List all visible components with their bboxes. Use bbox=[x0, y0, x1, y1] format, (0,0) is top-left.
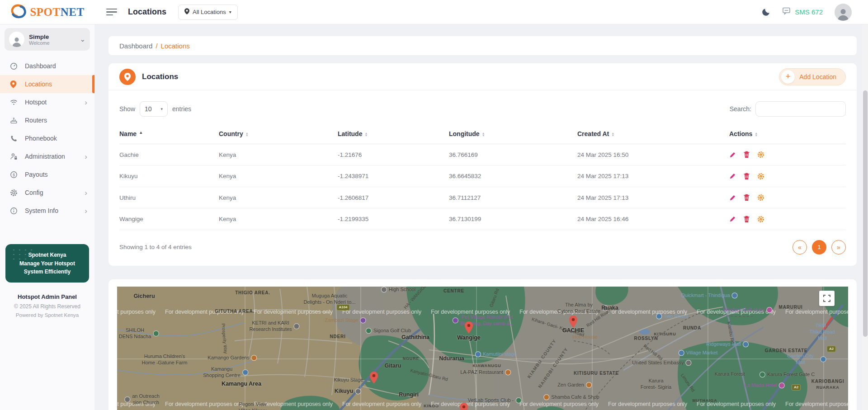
column-header-country[interactable]: Country▲▼ bbox=[219, 125, 338, 144]
pagination-page-1[interactable]: 1 bbox=[812, 240, 826, 254]
sidebar-item-hotspot[interactable]: Hotspot› bbox=[0, 93, 94, 111]
breadcrumb-dashboard[interactable]: Dashboard bbox=[119, 42, 152, 50]
page-size-select[interactable]: 10 ▾ bbox=[140, 101, 168, 117]
cell: 36.6645832 bbox=[449, 165, 577, 187]
user-lock-icon bbox=[10, 152, 18, 160]
sidebar-item-locations[interactable]: Locations bbox=[0, 75, 94, 93]
sidebar-item-label: Locations bbox=[25, 80, 94, 88]
edit-location-button[interactable] bbox=[729, 151, 737, 158]
edit-location-button[interactable] bbox=[729, 194, 737, 201]
sidebar-item-administration[interactable]: Administration› bbox=[0, 147, 94, 165]
map-canvas[interactable]: For development purposes onlyFor develop… bbox=[117, 287, 848, 410]
table-row-uthiru: UthiruKenya-1.260681736.711212724 Mar 20… bbox=[119, 187, 846, 208]
map-marker-kikuyu[interactable] bbox=[370, 372, 378, 386]
column-header-longitude[interactable]: Longitude▲▼ bbox=[449, 125, 577, 144]
cell: 24 Mar 2025 16:50 bbox=[577, 144, 729, 165]
delete-location-button[interactable] bbox=[743, 173, 751, 180]
sidebar-item-config[interactable]: Config› bbox=[0, 184, 94, 202]
sort-icon: ▲▼ bbox=[364, 132, 368, 137]
map-watermark: For development purposes only bbox=[117, 401, 156, 407]
map-marker-gachie[interactable] bbox=[569, 316, 577, 330]
search-input[interactable] bbox=[755, 101, 846, 117]
cell: Kenya bbox=[219, 144, 338, 165]
cell: Kenya bbox=[219, 165, 338, 187]
table-row-wangige: WangigeKenya-1.219933536.713019924 Mar 2… bbox=[119, 208, 846, 230]
pagination: « 1 » bbox=[793, 240, 846, 254]
gear-icon bbox=[10, 189, 18, 197]
pin-icon bbox=[10, 80, 18, 88]
location-filter-dropdown[interactable]: All Locations ▾ bbox=[178, 5, 238, 20]
pagination-next-button[interactable]: » bbox=[831, 240, 846, 254]
sidebar-item-label: Administration bbox=[25, 153, 78, 160]
sort-icon: ▲▼ bbox=[755, 132, 758, 137]
settings-location-button[interactable] bbox=[757, 151, 765, 158]
sidebar-menu: DashboardLocationsHotspot›RoutersPhonebo… bbox=[0, 57, 94, 220]
scrollbar-thumb[interactable] bbox=[863, 90, 868, 337]
delete-location-button[interactable] bbox=[743, 151, 751, 158]
sidebar-item-dashboard[interactable]: Dashboard bbox=[0, 57, 94, 75]
sidebar-item-payouts[interactable]: $Payouts bbox=[0, 165, 94, 184]
settings-location-button[interactable] bbox=[757, 216, 765, 223]
column-header-name[interactable]: Name▲ bbox=[119, 125, 219, 144]
pagination-prev-button[interactable]: « bbox=[793, 240, 807, 254]
app-logo: SPOTNET bbox=[0, 4, 94, 21]
column-header-actions[interactable]: Actions▲▼ bbox=[729, 125, 846, 144]
settings-location-button[interactable] bbox=[757, 194, 765, 201]
dark-mode-toggle[interactable] bbox=[761, 7, 771, 17]
active-indicator bbox=[92, 75, 94, 93]
map-watermark: For development purposes only bbox=[785, 309, 848, 315]
table-row-kikuyu: KikuyuKenya-1.243897136.664583224 Mar 20… bbox=[119, 165, 846, 187]
delete-location-button[interactable] bbox=[743, 216, 751, 223]
actions-cell bbox=[729, 187, 846, 208]
main-content: Dashboard / Locations Locations + Add Lo… bbox=[94, 24, 862, 410]
sidebar-item-label: Dashboard bbox=[25, 62, 94, 70]
menu-toggle-icon[interactable] bbox=[106, 7, 118, 18]
sidebar-item-system-info[interactable]: System Info› bbox=[0, 202, 94, 220]
map-fullscreen-button[interactable] bbox=[819, 291, 835, 306]
chevron-right-icon: › bbox=[85, 99, 94, 106]
sidebar-item-label: Config bbox=[25, 189, 78, 196]
plus-icon: + bbox=[781, 70, 795, 84]
chevron-right-icon: › bbox=[85, 153, 94, 160]
cell: 36.766169 bbox=[449, 144, 577, 165]
column-header-created-at[interactable]: Created At▲▼ bbox=[577, 125, 729, 144]
sidebar: Simple Welcome ⌄ DashboardLocationsHotsp… bbox=[0, 24, 94, 410]
sidebar-item-routers[interactable]: Routers bbox=[0, 111, 94, 129]
cell: Uthiru bbox=[119, 187, 219, 208]
chevron-right-icon: › bbox=[85, 207, 94, 215]
info-icon bbox=[10, 207, 18, 215]
map-watermark: For development purposes only bbox=[342, 401, 421, 407]
actions-cell bbox=[729, 144, 846, 165]
sms-credit-label: SMS 672 bbox=[795, 8, 823, 16]
edit-location-button[interactable] bbox=[729, 216, 737, 222]
avatar bbox=[9, 32, 24, 47]
settings-location-button[interactable] bbox=[757, 173, 765, 180]
cell: 24 Mar 2025 16:46 bbox=[577, 208, 729, 230]
delete-location-button[interactable] bbox=[743, 194, 751, 201]
sidebar-item-phonebook[interactable]: Phonebook bbox=[0, 129, 94, 147]
sms-credit-button[interactable]: SMS 672 bbox=[783, 7, 823, 17]
sidebar-user-card[interactable]: Simple Welcome ⌄ bbox=[5, 28, 90, 51]
sidebar-item-label: System Info bbox=[25, 207, 78, 214]
add-location-button[interactable]: + Add Location bbox=[779, 68, 846, 85]
cell: -1.2199335 bbox=[338, 208, 449, 230]
cell: -1.2606817 bbox=[338, 187, 449, 208]
scrollbar[interactable] bbox=[862, 24, 868, 410]
edit-location-button[interactable] bbox=[729, 173, 737, 179]
sort-icon: ▲▼ bbox=[482, 132, 485, 137]
logo-text: SPOTNET bbox=[30, 6, 84, 19]
promo-text: Spotnet Kenya Manage Your Hotspot System… bbox=[9, 251, 85, 276]
map-marker-vetlab[interactable] bbox=[460, 403, 468, 410]
map-watermark: For development purposes only bbox=[697, 401, 776, 407]
card-title: Locations bbox=[142, 72, 178, 81]
actions-cell bbox=[729, 208, 846, 230]
cell: Gachie bbox=[119, 144, 219, 165]
phone-icon bbox=[10, 134, 18, 142]
cell: Kenya bbox=[219, 208, 338, 230]
user-avatar[interactable] bbox=[835, 4, 852, 21]
map-marker-wangige[interactable] bbox=[465, 321, 473, 335]
breadcrumb: Dashboard / Locations bbox=[108, 36, 857, 55]
chevron-down-icon: ⌄ bbox=[80, 35, 85, 43]
svg-text:$: $ bbox=[13, 172, 15, 177]
column-header-latitude[interactable]: Latitude▲▼ bbox=[338, 125, 449, 144]
